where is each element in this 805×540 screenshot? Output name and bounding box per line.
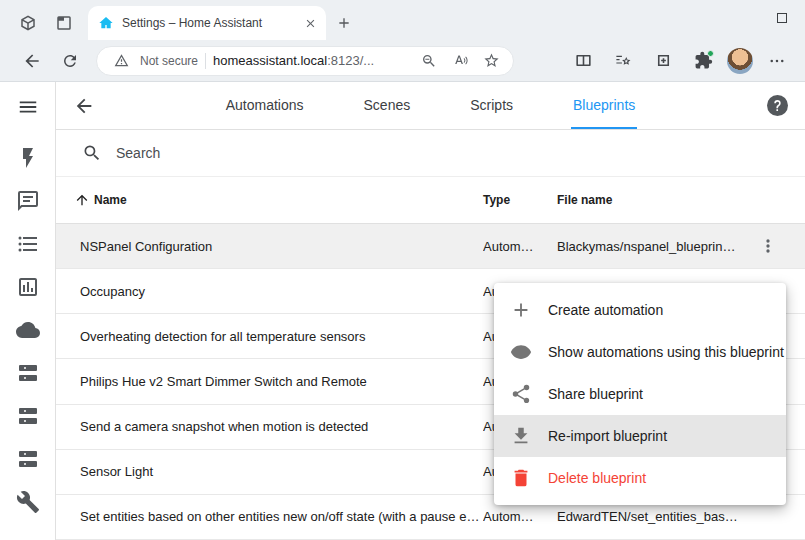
chart-icon bbox=[16, 275, 40, 299]
row-name: Set entities based on other entities new… bbox=[56, 509, 483, 524]
ha-tab-bar: Automations Scenes Scripts Blueprints bbox=[112, 82, 749, 129]
menu-item-create-automation[interactable]: Create automation bbox=[494, 289, 786, 331]
cloud-icon bbox=[16, 318, 40, 342]
tab-scenes[interactable]: Scenes bbox=[362, 82, 413, 129]
read-aloud-icon[interactable] bbox=[448, 49, 472, 73]
row-file: EdwardTEN/set_entities_bas… bbox=[557, 509, 743, 524]
tab-scripts[interactable]: Scripts bbox=[468, 82, 515, 129]
favorite-star-icon[interactable] bbox=[479, 49, 503, 73]
refresh-button[interactable] bbox=[54, 45, 86, 77]
address-bar[interactable]: Not secure homeassistant.local:8123/... bbox=[96, 46, 514, 76]
list-icon bbox=[16, 232, 40, 256]
row-overflow-menu-icon[interactable] bbox=[750, 228, 786, 264]
browser-titlebar: Settings – Home Assistant bbox=[0, 0, 805, 40]
download-icon bbox=[510, 425, 532, 447]
row-name: Send a camera snapshot when motion is de… bbox=[56, 419, 483, 434]
favorites-icon[interactable] bbox=[607, 45, 639, 77]
sidebar-item-todo-lists[interactable] bbox=[16, 232, 40, 256]
ha-back-button[interactable] bbox=[56, 82, 112, 129]
sidebar-menu-icon[interactable] bbox=[0, 82, 56, 132]
profile-avatar[interactable] bbox=[727, 48, 753, 74]
ha-sidebar bbox=[0, 82, 56, 540]
row-name: Philips Hue v2 Smart Dimmer Switch and R… bbox=[56, 374, 483, 389]
extensions-update-badge bbox=[707, 50, 714, 57]
browser-navbar: Not secure homeassistant.local:8123/... bbox=[0, 40, 805, 82]
plus-icon bbox=[510, 299, 532, 321]
server-icon bbox=[16, 361, 40, 385]
menu-item-show-automations[interactable]: Show automations using this blueprint bbox=[494, 331, 786, 373]
row-name: NSPanel Configuration bbox=[56, 239, 483, 254]
browser-window: Settings – Home Assistant Not secure hom… bbox=[0, 0, 805, 540]
share-icon bbox=[510, 383, 532, 405]
browser-tab[interactable]: Settings – Home Assistant bbox=[88, 6, 326, 40]
workspaces-icon[interactable] bbox=[10, 6, 46, 40]
zoom-out-icon[interactable] bbox=[417, 49, 441, 73]
column-header-name[interactable]: Name bbox=[56, 192, 483, 208]
column-header-file[interactable]: File name bbox=[557, 193, 743, 207]
row-file: Blackymas/nspanel_blueprin… bbox=[557, 239, 743, 254]
row-type: Autom… bbox=[483, 239, 557, 254]
menu-item-share-blueprint[interactable]: Share blueprint bbox=[494, 373, 786, 415]
sidebar-item-hub-3[interactable] bbox=[16, 447, 40, 471]
tab-automations[interactable]: Automations bbox=[224, 82, 306, 129]
collections-icon[interactable] bbox=[647, 45, 679, 77]
row-type: Autom… bbox=[483, 509, 557, 524]
sidebar-item-hub-2[interactable] bbox=[16, 404, 40, 428]
tab-blueprints[interactable]: Blueprints bbox=[571, 82, 637, 129]
security-label: Not secure bbox=[140, 54, 198, 68]
sidebar-item-history[interactable] bbox=[16, 275, 40, 299]
new-tab-button[interactable] bbox=[326, 6, 362, 40]
sort-ascending-icon bbox=[74, 192, 90, 208]
menu-item-delete-blueprint[interactable]: Delete blueprint bbox=[494, 457, 786, 499]
sidebar-item-logbook[interactable] bbox=[16, 189, 40, 213]
tab-title: Settings – Home Assistant bbox=[122, 16, 292, 30]
help-button[interactable] bbox=[749, 82, 805, 129]
back-button[interactable] bbox=[16, 45, 48, 77]
sidebar-item-developer-tools[interactable] bbox=[16, 490, 40, 514]
ha-header: Automations Scenes Scripts Blueprints bbox=[56, 82, 805, 130]
extensions-icon[interactable] bbox=[687, 45, 719, 77]
search-icon bbox=[82, 143, 102, 163]
sidebar-item-hub-1[interactable] bbox=[16, 361, 40, 385]
navbar-right-icons bbox=[567, 45, 793, 77]
table-header: Name Type File name bbox=[56, 177, 805, 224]
sidebar-item-energy[interactable] bbox=[16, 146, 40, 170]
split-screen-icon[interactable] bbox=[567, 45, 599, 77]
row-name: Occupancy bbox=[56, 284, 483, 299]
search-input[interactable] bbox=[116, 145, 416, 161]
lightning-icon bbox=[16, 146, 40, 170]
sidebar-item-cloud[interactable] bbox=[16, 318, 40, 342]
window-restore-button[interactable] bbox=[759, 0, 805, 36]
search-bar[interactable] bbox=[56, 130, 805, 177]
server-icon bbox=[16, 404, 40, 428]
row-name: Sensor Light bbox=[56, 464, 483, 479]
sidebar-nav bbox=[16, 146, 40, 514]
blueprint-context-menu: Create automation Show automations using… bbox=[494, 283, 786, 505]
vertical-tabs-icon[interactable] bbox=[46, 6, 82, 40]
message-icon bbox=[16, 189, 40, 213]
row-name: Overheating detection for all temperatur… bbox=[56, 329, 483, 344]
eye-icon bbox=[510, 341, 532, 363]
browser-more-menu-icon[interactable] bbox=[761, 45, 793, 77]
home-assistant-favicon bbox=[98, 15, 114, 31]
address-divider bbox=[205, 53, 206, 69]
trash-icon bbox=[510, 467, 532, 489]
column-header-type[interactable]: Type bbox=[483, 193, 557, 207]
menu-item-reimport-blueprint[interactable]: Re-import blueprint bbox=[494, 415, 786, 457]
server-icon bbox=[16, 447, 40, 471]
wrench-icon bbox=[16, 490, 40, 514]
help-icon bbox=[767, 95, 788, 116]
table-row[interactable]: NSPanel Configuration Autom… Blackymas/n… bbox=[56, 224, 805, 269]
url-text: homeassistant.local:8123/... bbox=[213, 53, 410, 68]
tab-close-icon[interactable] bbox=[300, 13, 320, 33]
site-info-warning-icon[interactable] bbox=[109, 49, 133, 73]
